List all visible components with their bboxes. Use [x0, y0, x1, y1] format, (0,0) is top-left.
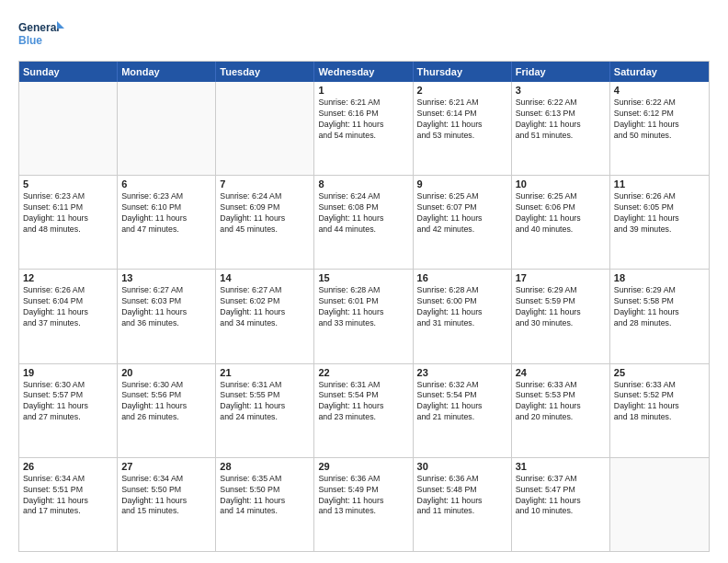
calendar-week-5: 26Sunrise: 6:34 AM Sunset: 5:51 PM Dayli… — [19, 457, 709, 551]
day-number: 30 — [417, 461, 507, 472]
day-info: Sunrise: 6:25 AM Sunset: 6:06 PM Dayligh… — [516, 191, 606, 236]
day-info: Sunrise: 6:24 AM Sunset: 6:09 PM Dayligh… — [220, 191, 310, 236]
day-number: 17 — [516, 272, 606, 283]
calendar-day-6: 6Sunrise: 6:23 AM Sunset: 6:10 PM Daylig… — [118, 176, 216, 269]
weekday-header-friday: Friday — [512, 62, 610, 82]
day-info: Sunrise: 6:30 AM Sunset: 5:57 PM Dayligh… — [23, 380, 113, 424]
logo: General Blue — [18, 17, 64, 53]
day-number: 8 — [318, 178, 408, 190]
calendar-day-30: 30Sunrise: 6:36 AM Sunset: 5:48 PM Dayli… — [414, 458, 512, 551]
weekday-header-monday: Monday — [118, 62, 216, 82]
day-info: Sunrise: 6:25 AM Sunset: 6:07 PM Dayligh… — [417, 191, 507, 236]
day-number: 23 — [417, 367, 507, 378]
day-info: Sunrise: 6:21 AM Sunset: 6:14 PM Dayligh… — [417, 98, 507, 142]
calendar-day-13: 13Sunrise: 6:27 AM Sunset: 6:03 PM Dayli… — [118, 270, 216, 362]
day-info: Sunrise: 6:35 AM Sunset: 5:50 PM Dayligh… — [220, 474, 310, 518]
day-number: 6 — [121, 178, 211, 190]
calendar-body: 1Sunrise: 6:21 AM Sunset: 6:16 PM Daylig… — [19, 82, 709, 551]
day-number: 9 — [417, 178, 507, 190]
day-info: Sunrise: 6:22 AM Sunset: 6:12 PM Dayligh… — [614, 98, 705, 142]
day-number: 19 — [23, 367, 113, 378]
day-info: Sunrise: 6:34 AM Sunset: 5:50 PM Dayligh… — [121, 474, 211, 518]
day-number: 29 — [318, 461, 408, 472]
day-number: 20 — [121, 367, 211, 378]
day-info: Sunrise: 6:33 AM Sunset: 5:52 PM Dayligh… — [614, 380, 705, 424]
header: General Blue — [18, 17, 710, 53]
calendar-week-3: 12Sunrise: 6:26 AM Sunset: 6:04 PM Dayli… — [19, 269, 709, 362]
day-number: 27 — [121, 461, 211, 472]
day-info: Sunrise: 6:23 AM Sunset: 6:10 PM Dayligh… — [121, 191, 211, 236]
calendar-day-24: 24Sunrise: 6:33 AM Sunset: 5:53 PM Dayli… — [512, 364, 610, 457]
day-info: Sunrise: 6:28 AM Sunset: 6:00 PM Dayligh… — [417, 285, 507, 329]
calendar-day-27: 27Sunrise: 6:34 AM Sunset: 5:50 PM Dayli… — [118, 458, 216, 551]
day-info: Sunrise: 6:23 AM Sunset: 6:11 PM Dayligh… — [23, 191, 113, 236]
day-info: Sunrise: 6:31 AM Sunset: 5:55 PM Dayligh… — [220, 380, 310, 424]
calendar-day-8: 8Sunrise: 6:24 AM Sunset: 6:08 PM Daylig… — [314, 176, 413, 269]
calendar-day-29: 29Sunrise: 6:36 AM Sunset: 5:49 PM Dayli… — [314, 458, 413, 551]
calendar-day-18: 18Sunrise: 6:29 AM Sunset: 5:58 PM Dayli… — [610, 270, 709, 362]
day-number: 10 — [516, 178, 606, 190]
day-info: Sunrise: 6:26 AM Sunset: 6:05 PM Dayligh… — [614, 191, 705, 236]
calendar-day-12: 12Sunrise: 6:26 AM Sunset: 6:04 PM Dayli… — [19, 270, 118, 362]
day-number: 24 — [516, 367, 606, 378]
day-number: 21 — [220, 367, 310, 378]
calendar-day-3: 3Sunrise: 6:22 AM Sunset: 6:13 PM Daylig… — [512, 82, 610, 175]
day-number: 7 — [220, 178, 310, 190]
day-info: Sunrise: 6:29 AM Sunset: 5:59 PM Dayligh… — [516, 285, 606, 329]
calendar-day-20: 20Sunrise: 6:30 AM Sunset: 5:56 PM Dayli… — [118, 364, 216, 457]
day-number: 15 — [318, 272, 408, 283]
day-info: Sunrise: 6:24 AM Sunset: 6:08 PM Dayligh… — [318, 191, 408, 236]
day-info: Sunrise: 6:36 AM Sunset: 5:49 PM Dayligh… — [318, 474, 408, 518]
calendar-day-5: 5Sunrise: 6:23 AM Sunset: 6:11 PM Daylig… — [19, 176, 118, 269]
day-number: 5 — [23, 178, 113, 190]
calendar-day-28: 28Sunrise: 6:35 AM Sunset: 5:50 PM Dayli… — [216, 458, 314, 551]
day-info: Sunrise: 6:27 AM Sunset: 6:02 PM Dayligh… — [220, 285, 310, 329]
weekday-header-tuesday: Tuesday — [216, 62, 314, 82]
day-number: 4 — [614, 85, 705, 96]
day-number: 13 — [121, 272, 211, 283]
logo-svg: General Blue — [18, 17, 64, 53]
day-info: Sunrise: 6:27 AM Sunset: 6:03 PM Dayligh… — [121, 285, 211, 329]
day-number: 22 — [318, 367, 408, 378]
calendar-day-9: 9Sunrise: 6:25 AM Sunset: 6:07 PM Daylig… — [414, 176, 512, 269]
calendar-day-19: 19Sunrise: 6:30 AM Sunset: 5:57 PM Dayli… — [19, 364, 118, 457]
day-number: 28 — [220, 461, 310, 472]
calendar-week-1: 1Sunrise: 6:21 AM Sunset: 6:16 PM Daylig… — [19, 82, 709, 175]
svg-text:Blue: Blue — [18, 34, 42, 47]
day-info: Sunrise: 6:30 AM Sunset: 5:56 PM Dayligh… — [121, 380, 211, 424]
day-number: 31 — [516, 461, 606, 472]
day-info: Sunrise: 6:32 AM Sunset: 5:54 PM Dayligh… — [417, 380, 507, 424]
calendar-day-23: 23Sunrise: 6:32 AM Sunset: 5:54 PM Dayli… — [414, 364, 512, 457]
day-number: 14 — [220, 272, 310, 283]
calendar-day-4: 4Sunrise: 6:22 AM Sunset: 6:12 PM Daylig… — [610, 82, 709, 175]
calendar-day-empty — [610, 458, 709, 551]
page: General Blue SundayMondayTuesdayWednesda… — [0, 0, 728, 563]
calendar-day-7: 7Sunrise: 6:24 AM Sunset: 6:09 PM Daylig… — [216, 176, 314, 269]
calendar-day-26: 26Sunrise: 6:34 AM Sunset: 5:51 PM Dayli… — [19, 458, 118, 551]
day-number: 2 — [417, 85, 507, 96]
day-info: Sunrise: 6:36 AM Sunset: 5:48 PM Dayligh… — [417, 474, 507, 518]
weekday-header-wednesday: Wednesday — [314, 62, 413, 82]
svg-marker-2 — [57, 21, 64, 29]
day-number: 18 — [614, 272, 705, 283]
weekday-header-thursday: Thursday — [414, 62, 512, 82]
day-number: 1 — [318, 85, 408, 96]
day-number: 12 — [23, 272, 113, 283]
calendar-day-empty — [118, 82, 216, 175]
svg-text:General: General — [18, 21, 60, 34]
day-number: 3 — [516, 85, 606, 96]
day-info: Sunrise: 6:31 AM Sunset: 5:54 PM Dayligh… — [318, 380, 408, 424]
calendar-day-empty — [216, 82, 314, 175]
calendar-day-31: 31Sunrise: 6:37 AM Sunset: 5:47 PM Dayli… — [512, 458, 610, 551]
calendar: SundayMondayTuesdayWednesdayThursdayFrid… — [18, 61, 710, 552]
day-info: Sunrise: 6:33 AM Sunset: 5:53 PM Dayligh… — [516, 380, 606, 424]
calendar-day-15: 15Sunrise: 6:28 AM Sunset: 6:01 PM Dayli… — [314, 270, 413, 362]
day-number: 25 — [614, 367, 705, 378]
calendar-day-17: 17Sunrise: 6:29 AM Sunset: 5:59 PM Dayli… — [512, 270, 610, 362]
weekday-header-saturday: Saturday — [610, 62, 709, 82]
day-info: Sunrise: 6:28 AM Sunset: 6:01 PM Dayligh… — [318, 285, 408, 329]
day-number: 11 — [614, 178, 705, 190]
weekday-header-sunday: Sunday — [19, 62, 118, 82]
calendar-day-11: 11Sunrise: 6:26 AM Sunset: 6:05 PM Dayli… — [610, 176, 709, 269]
calendar-day-25: 25Sunrise: 6:33 AM Sunset: 5:52 PM Dayli… — [610, 364, 709, 457]
